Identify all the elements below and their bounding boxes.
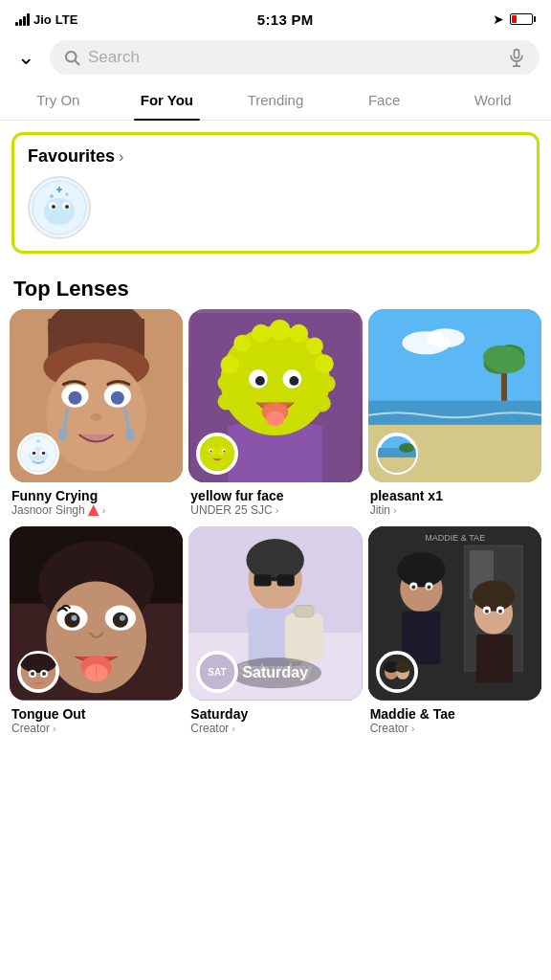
svg-point-39 xyxy=(234,335,252,352)
svg-point-10 xyxy=(65,205,69,209)
lens-creator: Creator › xyxy=(190,722,360,735)
tab-for-you[interactable]: For You xyxy=(113,80,222,120)
svg-point-126 xyxy=(498,610,502,613)
lens-info-tongue: Tongue Out Creator › xyxy=(10,701,183,739)
search-placeholder[interactable]: Search xyxy=(88,48,499,67)
svg-point-43 xyxy=(307,338,324,355)
lens-name: Maddie & Tae xyxy=(370,706,540,722)
svg-point-84 xyxy=(71,615,77,621)
lens-name: yellow fur face xyxy=(190,488,360,503)
lens-card-funny-crying[interactable]: Funny Crying Jasnoor Singh › xyxy=(10,309,183,521)
lens-avatar-saturday: SAT xyxy=(196,651,238,693)
svg-point-41 xyxy=(270,320,291,341)
tab-world[interactable]: World xyxy=(438,80,547,120)
lens-info-yellow-fur: yellow fur face UNDER 25 SJC › xyxy=(188,482,362,521)
favourites-title: Favourites xyxy=(28,146,115,167)
creator-chevron: › xyxy=(411,723,415,734)
mic-icon[interactable] xyxy=(507,48,526,67)
dropdown-button[interactable]: ⌄ xyxy=(11,45,40,70)
svg-point-75 xyxy=(399,443,414,453)
creator-name: Creator xyxy=(370,722,408,735)
svg-point-42 xyxy=(290,324,309,344)
lens-image-saturday: Saturday Saturday SAT xyxy=(188,526,362,700)
main-content: Favourites › xyxy=(0,132,551,739)
svg-point-44 xyxy=(315,354,334,373)
svg-point-27 xyxy=(91,413,102,421)
lens-avatar-friends xyxy=(376,651,418,693)
svg-point-54 xyxy=(266,411,285,426)
lens-name: Funny Crying xyxy=(11,488,181,503)
svg-point-93 xyxy=(31,672,34,676)
svg-point-9 xyxy=(52,205,55,209)
lens-creator: Jasnoor Singh › xyxy=(11,503,181,517)
lens-info-friends: Maddie & Tae Creator › xyxy=(368,701,541,739)
svg-point-62 xyxy=(210,451,212,453)
svg-text:Saturday: Saturday xyxy=(243,663,309,680)
carrier-label: Jio xyxy=(33,12,52,27)
verified-badge xyxy=(88,504,99,516)
svg-point-11 xyxy=(50,194,54,198)
svg-point-119 xyxy=(427,586,430,590)
fav-lens-icon xyxy=(31,179,88,236)
creator-name: Creator xyxy=(11,722,50,735)
svg-point-48 xyxy=(218,393,235,411)
svg-point-33 xyxy=(42,452,46,456)
lens-image-pleasant xyxy=(368,309,541,482)
svg-point-63 xyxy=(224,451,226,453)
lens-card-tongue[interactable]: Tongue Out Creator › xyxy=(10,526,183,738)
lens-avatar-pleasant xyxy=(376,433,418,475)
favourites-section: Favourites › xyxy=(11,132,540,254)
svg-point-12 xyxy=(66,193,69,196)
location-icon: ➤ xyxy=(493,11,504,27)
lens-creator: Jitin › xyxy=(370,503,540,517)
svg-point-32 xyxy=(33,452,36,456)
lens-avatar-tongue xyxy=(17,651,59,693)
status-time: 5:13 PM xyxy=(257,11,314,28)
lens-image-funny-crying xyxy=(10,309,183,482)
tab-try-on[interactable]: Try On xyxy=(4,80,113,120)
svg-line-1 xyxy=(75,60,78,64)
creator-chevron: › xyxy=(102,504,106,516)
svg-point-99 xyxy=(247,539,304,581)
lens-name: Saturday xyxy=(190,706,360,722)
lens-info-funny-crying: Funny Crying Jasnoor Singh › xyxy=(10,482,183,521)
lens-card-saturday[interactable]: Saturday Saturday SAT Saturday Creator xyxy=(188,526,362,738)
svg-point-122 xyxy=(472,581,514,612)
tab-face[interactable]: Face xyxy=(330,80,439,120)
signal-bars xyxy=(15,12,30,26)
svg-point-66 xyxy=(426,328,464,347)
svg-point-94 xyxy=(42,672,46,676)
svg-point-23 xyxy=(68,391,81,405)
svg-point-40 xyxy=(252,324,271,344)
favourites-header[interactable]: Favourites › xyxy=(28,146,523,167)
lens-card-yellow-fur[interactable]: yellow fur face UNDER 25 SJC › xyxy=(188,309,362,521)
lens-creator: Creator › xyxy=(370,722,540,735)
svg-text:MADDIE & TAE: MADDIE & TAE xyxy=(425,533,485,543)
lens-grid: Funny Crying Jasnoor Singh › xyxy=(0,309,551,739)
favourites-items xyxy=(28,176,523,239)
lens-info-saturday: Saturday Creator › xyxy=(188,701,362,739)
svg-point-125 xyxy=(485,610,489,613)
svg-rect-127 xyxy=(475,635,512,682)
section-title: Top Lenses xyxy=(0,265,551,309)
lens-image-yellow-fur xyxy=(188,309,362,482)
creator-chevron: › xyxy=(393,504,397,516)
lens-avatar-funny-crying xyxy=(17,433,59,475)
lens-creator: UNDER 25 SJC › xyxy=(190,503,360,517)
lens-info-pleasant: pleasant x1 Jitin › xyxy=(368,482,541,521)
svg-point-85 xyxy=(120,615,125,621)
fav-item-1[interactable] xyxy=(28,176,91,239)
creator-chevron: › xyxy=(53,723,56,734)
tabs-row: Try On For You Trending Face World xyxy=(0,80,551,121)
status-left: Jio LTE xyxy=(15,12,77,27)
svg-text:SAT: SAT xyxy=(209,667,227,678)
lens-card-friends[interactable]: MADDIE & TAE Maddie & Tae Creator xyxy=(368,526,541,738)
battery-icon xyxy=(510,13,536,25)
lens-card-pleasant[interactable]: pleasant x1 Jitin › xyxy=(368,309,541,521)
tab-trending[interactable]: Trending xyxy=(221,80,330,120)
search-bar-row: ⌄ Search xyxy=(0,34,551,80)
svg-point-29 xyxy=(29,447,48,464)
favourites-chevron: › xyxy=(119,148,123,166)
search-bar[interactable]: Search xyxy=(50,40,540,75)
svg-point-38 xyxy=(221,355,240,374)
